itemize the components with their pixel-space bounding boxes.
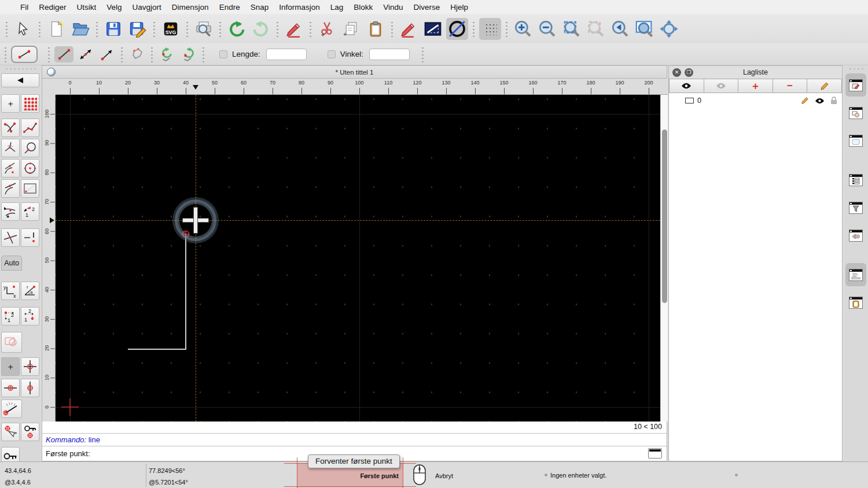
coord-cartesian-button[interactable]: yx <box>1 282 20 300</box>
drawing-canvas[interactable] <box>56 95 660 422</box>
dock-library-browser-icon[interactable] <box>845 129 866 152</box>
lock-relative-zero-button[interactable] <box>21 423 39 441</box>
menu-item[interactable]: Diverse <box>409 3 446 12</box>
zoom-in-button[interactable] <box>512 18 534 40</box>
menu-item[interactable]: Blokk <box>348 3 378 12</box>
vertical-scrollbar[interactable] <box>660 95 668 422</box>
undo-segment-button[interactable] <box>157 46 176 62</box>
snap-cross-button[interactable] <box>1 228 20 247</box>
zoom-pan-button[interactable] <box>658 18 680 40</box>
snap-endpoints-button[interactable] <box>1 119 20 137</box>
dock-command-line-icon[interactable] <box>845 263 866 286</box>
auto-snap-button[interactable]: Auto <box>1 256 22 271</box>
angle-input[interactable] <box>369 49 410 60</box>
zoom-back-button[interactable] <box>609 18 631 40</box>
toolbar-handle[interactable] <box>38 21 41 37</box>
dock-entity-list-icon[interactable] <box>845 168 866 191</box>
dock-layer-list-icon[interactable] <box>845 73 866 97</box>
line-segment-button[interactable] <box>54 46 73 62</box>
current-tool-line-icon[interactable] <box>11 46 38 63</box>
show-all-layers-button[interactable] <box>669 79 704 93</box>
zoom-auto-button[interactable] <box>561 18 583 40</box>
zoom-window-button[interactable] <box>634 18 656 40</box>
angle-gauge-button[interactable] <box>1 400 22 418</box>
toolbar-handle[interactable] <box>5 21 8 37</box>
snap-circle-button[interactable] <box>21 139 39 157</box>
new-file-button[interactable] <box>45 18 67 40</box>
toolbar-handle[interactable] <box>4 46 7 62</box>
menu-item[interactable]: Uavgjort <box>127 3 167 12</box>
print-preview-button[interactable] <box>193 18 215 40</box>
save-as-button[interactable] <box>127 18 149 40</box>
set-relative-zero-button[interactable] <box>1 423 20 441</box>
dock-handle[interactable] <box>5 67 36 71</box>
snap-center-button[interactable] <box>1 139 20 157</box>
layer-edit-icon[interactable] <box>801 97 809 105</box>
pen-edit-button[interactable] <box>398 18 420 40</box>
line-arrow-button[interactable] <box>97 46 116 62</box>
menu-item[interactable]: Fil <box>15 3 34 12</box>
menu-item[interactable]: Rediger <box>34 3 71 12</box>
delete-selected-button[interactable] <box>283 18 305 40</box>
command-window-button[interactable] <box>648 448 662 459</box>
line-board-button[interactable] <box>422 18 444 40</box>
menu-item[interactable]: Utsikt <box>72 3 102 12</box>
cut-button[interactable]: + <box>316 18 338 40</box>
snap-reference-button[interactable] <box>21 179 39 198</box>
snap-intersection-button[interactable] <box>1 202 20 221</box>
restrict-free-button[interactable]: ＋ <box>1 357 20 376</box>
layer-lock-icon[interactable] <box>830 97 837 105</box>
copy-button[interactable]: + <box>340 18 362 40</box>
dock-filter-icon[interactable] <box>845 196 866 219</box>
scrollbar-thumb[interactable] <box>662 130 667 303</box>
line-two-arrows-button[interactable] <box>76 46 95 62</box>
paste-button[interactable] <box>365 18 387 40</box>
snap-intersection-manual-button[interactable]: 12 <box>21 202 39 221</box>
layer-row[interactable]: 0 <box>669 94 842 107</box>
restrict-horizontal-button[interactable] <box>1 379 20 397</box>
menu-item[interactable]: Velg <box>101 3 127 12</box>
dock-block-list-icon[interactable] <box>845 101 866 124</box>
zoom-out-button[interactable] <box>536 18 558 40</box>
export-svg-button[interactable]: SVG <box>160 18 182 40</box>
save-button[interactable] <box>102 18 124 40</box>
close-icon[interactable]: ✕ <box>672 68 681 77</box>
redo-segment-button[interactable] <box>179 46 198 62</box>
select-pointer-icon[interactable] <box>12 18 34 40</box>
grid-toggle-button[interactable] <box>479 18 501 40</box>
snap-nearest-warning-button[interactable] <box>21 228 39 247</box>
menu-item[interactable]: Vindu <box>378 3 408 12</box>
menu-item[interactable]: Endre <box>214 3 245 12</box>
dock-handle[interactable] <box>848 67 863 71</box>
open-file-button[interactable] <box>69 18 91 40</box>
polyline-button[interactable] <box>127 46 146 62</box>
menu-item[interactable]: Hjelp <box>445 3 473 12</box>
menu-item[interactable]: Dimensjon <box>167 3 214 12</box>
restrict-vertical-button[interactable] <box>21 379 39 397</box>
float-panel-icon[interactable]: ❐ <box>685 68 693 77</box>
circle-line-button[interactable] <box>446 18 468 40</box>
snap-center-circle-button[interactable] <box>21 159 39 178</box>
add-layer-button[interactable]: ＋ <box>738 79 773 93</box>
hide-all-layers-button[interactable] <box>704 79 739 93</box>
menu-item[interactable]: Informasjon <box>274 3 325 12</box>
snap-grid-button[interactable] <box>21 94 39 113</box>
coord-polar-button[interactable]: ra <box>21 282 39 300</box>
snap-on-entity-button[interactable] <box>21 119 39 137</box>
layer-visible-icon[interactable] <box>815 98 825 104</box>
undo-button[interactable] <box>226 18 248 40</box>
angle-checkbox[interactable] <box>328 50 336 58</box>
snap-middle-button[interactable] <box>1 179 20 198</box>
zoom-previous-button[interactable] <box>585 18 607 40</box>
length-input[interactable] <box>266 49 307 60</box>
snap-tangent-button[interactable] <box>1 159 20 178</box>
points-order-12-button[interactable]: 12 <box>1 307 20 326</box>
dock-view-icon[interactable] <box>845 224 866 247</box>
snap-free-button[interactable]: ＋ <box>1 94 20 113</box>
points-order-21-button[interactable]: 12 <box>21 307 39 326</box>
selection-region-button[interactable] <box>1 332 22 353</box>
menu-item[interactable]: Snap <box>245 3 274 12</box>
restrict-orthogonal-button[interactable] <box>21 357 39 376</box>
back-button[interactable] <box>1 73 39 87</box>
remove-layer-button[interactable]: − <box>773 79 808 93</box>
